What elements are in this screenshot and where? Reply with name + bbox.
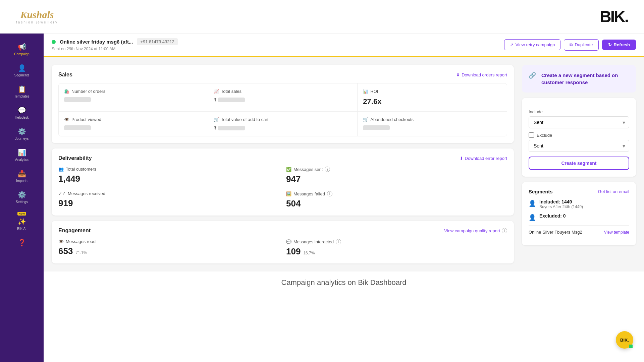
include-select[interactable]: Sent Delivered Read Clicked Replied bbox=[529, 116, 629, 128]
included-segment-label: Included: 1449 bbox=[539, 199, 583, 204]
quality-report-link[interactable]: View campaign quality report i bbox=[444, 228, 507, 233]
logo: Kushals fashion jewellery bbox=[16, 9, 58, 24]
download-orders-link[interactable]: ⬇ Download orders report bbox=[456, 72, 507, 77]
exclude-select[interactable]: Sent Delivered Read Clicked Replied bbox=[529, 140, 629, 152]
bik-ai-icon: ✨ bbox=[18, 218, 26, 226]
view-template-link[interactable]: View template bbox=[604, 230, 629, 235]
rupee-symbol-2: ₹ bbox=[214, 125, 217, 131]
main-content: Sales ⬇ Download orders report bbox=[44, 57, 644, 272]
sidebar-item-campaign[interactable]: 📢 Campaign bbox=[0, 39, 44, 60]
refresh-icon: ↻ bbox=[608, 42, 612, 47]
refresh-button[interactable]: ↻ Refresh bbox=[602, 40, 636, 50]
template-row: Online Silver Fbuyers Msg2 View template bbox=[529, 225, 629, 239]
include-label: Include bbox=[529, 109, 629, 114]
logo-name: Kushals bbox=[20, 9, 54, 20]
sidebar-item-journeys[interactable]: ⚙️ Journeys bbox=[0, 123, 44, 144]
chat-online-dot bbox=[629, 345, 633, 348]
sidebar-label-helpdesk: Helpdesk bbox=[15, 116, 29, 119]
deliverability-card: Deliverability ⬇ Download error report 👥… bbox=[52, 148, 514, 216]
sidebar-item-settings[interactable]: ⚙️ Settings bbox=[0, 187, 44, 208]
campaign-icon: 📢 bbox=[18, 43, 26, 51]
sales-card-header: Sales ⬇ Download orders report bbox=[58, 72, 507, 78]
templates-icon: 📋 bbox=[18, 85, 26, 93]
bik-logo: BIK. bbox=[600, 7, 628, 26]
segments-header: Segments Get list on email bbox=[529, 189, 629, 194]
sidebar-label-segments: Segments bbox=[14, 73, 29, 77]
eng-messages-read: 👁️ Messages read 653 71.1% bbox=[58, 239, 279, 257]
engagement-card-header: Engagement View campaign quality report … bbox=[58, 228, 507, 234]
campaign-header: Online silver friday msg6 (aft... +91 81… bbox=[44, 34, 644, 57]
roi-value: 27.6x bbox=[363, 97, 501, 106]
roi-icon: 📊 bbox=[363, 89, 368, 94]
sidebar-item-helpdesk[interactable]: 💬 Helpdesk bbox=[0, 102, 44, 123]
included-segment-item: 👤 Included: 1449 Buyers After 24th (1449… bbox=[529, 199, 629, 209]
excluded-segment-icon: 👤 bbox=[529, 214, 536, 221]
messages-interacted-icon: 💬 bbox=[286, 239, 291, 244]
messages-interacted-pct: 16.7% bbox=[303, 251, 315, 255]
messages-received-icon: ✓✓ bbox=[58, 191, 66, 196]
sidebar-label-imports: Imports bbox=[16, 179, 27, 183]
duplicate-button[interactable]: ⧉ Duplicate bbox=[564, 39, 598, 51]
campaign-name: Online silver friday msg6 (aft... bbox=[60, 39, 133, 45]
campaign-title-row: Online silver friday msg6 (aft... +91 81… bbox=[52, 38, 178, 45]
new-badge: NEW bbox=[17, 212, 26, 216]
messages-interacted-info-icon[interactable]: i bbox=[336, 239, 341, 244]
segment-panel: 🔗 Create a new segment based on customer… bbox=[522, 65, 636, 93]
analytics-icon: 📊 bbox=[18, 148, 26, 157]
include-select-wrapper: Sent Delivered Read Clicked Replied bbox=[529, 116, 629, 128]
chat-bubble-text: BIK. bbox=[620, 338, 629, 343]
get-list-link[interactable]: Get list on email bbox=[598, 189, 629, 194]
product-viewed-icon: 👁️ bbox=[64, 117, 69, 122]
abandoned-value-blur bbox=[363, 125, 390, 130]
sidebar-item-analytics[interactable]: 📊 Analytics bbox=[0, 144, 44, 166]
helpdesk-icon: 💬 bbox=[18, 106, 26, 114]
sidebar-label-templates: Templates bbox=[14, 95, 30, 98]
header-actions: ↗ View retry campaign ⧉ Duplicate ↻ Refr… bbox=[504, 39, 636, 51]
download-icon: ⬇ bbox=[456, 72, 460, 77]
download-error-link[interactable]: ⬇ Download error report bbox=[460, 156, 507, 161]
engagement-card: Engagement View campaign quality report … bbox=[52, 221, 514, 263]
total-sales-icon: 📈 bbox=[214, 89, 219, 94]
sidebar-item-imports[interactable]: 📥 Imports bbox=[0, 166, 44, 187]
deliv-messages-sent: ✅ Messages sent i 947 bbox=[286, 167, 507, 184]
messages-sent-info-icon[interactable]: i bbox=[325, 167, 330, 172]
stat-total-sales: 📈 Total sales ₹ bbox=[208, 83, 358, 111]
imports-icon: 📥 bbox=[18, 170, 26, 178]
included-segment-sub: Buyers After 24th (1449) bbox=[539, 204, 583, 209]
engagement-grid: 👁️ Messages read 653 71.1% 💬 bbox=[58, 239, 507, 257]
orders-icon: 🛍️ bbox=[64, 89, 69, 94]
sales-title: Sales bbox=[58, 72, 72, 78]
sales-row-2: 👁️ Product viewed 🛒 Total valu bbox=[59, 111, 507, 136]
help-icon: ❓ bbox=[18, 239, 26, 247]
messages-read-pct: 71.1% bbox=[75, 250, 87, 255]
exclude-checkbox[interactable] bbox=[529, 132, 534, 138]
sidebar-item-templates[interactable]: 📋 Templates bbox=[0, 81, 44, 102]
excluded-segment-item: 👤 Excluded: 0 bbox=[529, 213, 629, 221]
quality-report-info-icon[interactable]: i bbox=[502, 228, 507, 233]
footer-text: Campaign analytics on Bik Dashboard bbox=[281, 278, 407, 287]
messages-failed-icon: 🖼️ bbox=[286, 191, 291, 196]
messages-read-value: 653 bbox=[58, 246, 73, 256]
sidebar-label-campaign: Campaign bbox=[14, 52, 30, 56]
sales-stats-grid: 🛍️ Number of orders 📈 Total sa bbox=[58, 83, 507, 136]
sidebar-item-segments[interactable]: 👤 Segments bbox=[0, 60, 44, 81]
deliv-total-customers: 👥 Total customers 1,449 bbox=[58, 167, 279, 184]
sidebar-item-help[interactable]: ❓ bbox=[0, 235, 44, 251]
abandoned-icon: 🛒 bbox=[363, 117, 368, 122]
messages-sent-icon: ✅ bbox=[286, 167, 291, 172]
deliverability-card-header: Deliverability ⬇ Download error report bbox=[58, 155, 507, 161]
total-sales-value-blur bbox=[218, 98, 245, 102]
journeys-icon: ⚙️ bbox=[18, 127, 26, 135]
messages-failed-value: 504 bbox=[286, 198, 507, 209]
included-segment-icon: 👤 bbox=[529, 200, 536, 207]
sidebar-item-bik-ai[interactable]: NEW ✨ BIK AI bbox=[0, 208, 44, 235]
sidebar-label-journeys: Journeys bbox=[15, 137, 29, 140]
exclude-label: Exclude bbox=[537, 133, 552, 138]
chat-bubble[interactable]: BIK. bbox=[616, 331, 633, 349]
eng-messages-interacted: 💬 Messages interacted i 109 16.7% bbox=[286, 239, 507, 257]
messages-failed-info-icon[interactable]: i bbox=[327, 191, 332, 196]
messages-sent-value: 947 bbox=[286, 174, 507, 184]
view-retry-button[interactable]: ↗ View retry campaign bbox=[504, 39, 561, 50]
segment-panel-icon: 🔗 bbox=[529, 72, 536, 79]
create-segment-button[interactable]: Create segment bbox=[529, 157, 629, 170]
